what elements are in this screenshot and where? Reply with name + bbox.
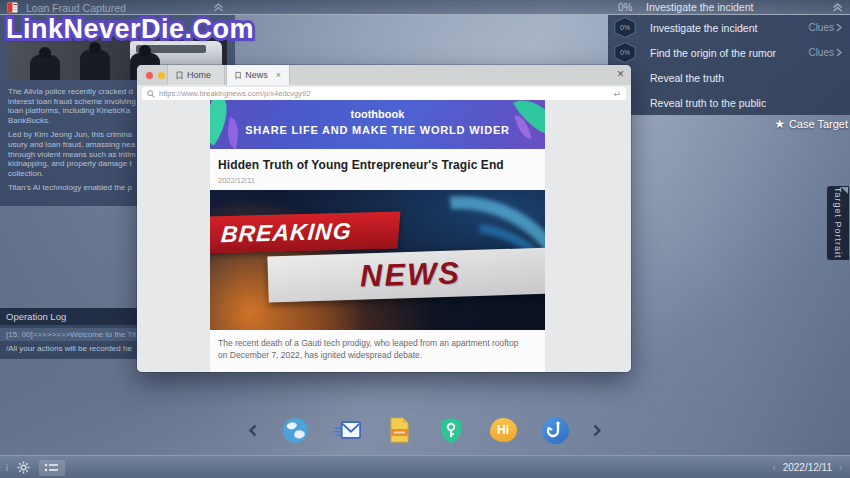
bookmark-icon	[176, 71, 183, 80]
hook-app-icon[interactable]	[541, 416, 569, 444]
quest-row[interactable]: 0% Find the origin of the rumor Clues	[608, 40, 850, 65]
banner-tagline: SHARE LIFE AND MAKE THE WORLD WIDER	[210, 124, 545, 136]
browser-content: toothbook SHARE LIFE AND MAKE THE WORLD …	[137, 100, 631, 372]
officer-silhouette	[30, 55, 60, 80]
quest-row[interactable]: Reveal truth to the public	[608, 90, 850, 115]
clues-link[interactable]: Clues	[808, 47, 842, 58]
quest-label: Reveal the truth	[650, 72, 724, 84]
settings-gear-icon[interactable]	[17, 461, 30, 474]
article-headline: Hidden Truth of Young Entrepreneur's Tra…	[210, 149, 545, 174]
case-target-label[interactable]: ★Case Target	[690, 117, 848, 131]
tab-label: News	[245, 70, 268, 80]
hi-chat-app-icon[interactable]: Hi	[489, 416, 517, 444]
progress-hexagon: 0%	[613, 42, 637, 63]
banner-brand: toothbook	[210, 108, 545, 120]
article-body: The recent death of a Gauti tech prodigy…	[210, 330, 545, 362]
breaking-band: BREAKING	[210, 211, 400, 253]
window-close-icon[interactable]: ×	[617, 68, 624, 80]
dock-scroll-left-icon[interactable]	[249, 424, 257, 437]
body-line: on December 7, 2022, has ignited widespr…	[218, 350, 537, 362]
tab-news[interactable]: News ×	[226, 65, 290, 85]
search-icon	[147, 90, 155, 98]
mail-app-icon[interactable]	[333, 416, 361, 444]
date-next-icon[interactable]: ›	[839, 463, 842, 473]
clues-link[interactable]: Clues	[808, 22, 842, 33]
info-indicator: i	[6, 463, 8, 473]
target-portrait-label: Target Portrait	[833, 187, 843, 259]
tab-home[interactable]: Home	[167, 65, 225, 85]
security-app-icon[interactable]	[437, 416, 465, 444]
body-line: The recent death of a Gauti tech prodigy…	[218, 338, 537, 350]
date-prev-icon[interactable]: ‹	[773, 463, 776, 473]
tab-bar: Home News × ×	[137, 65, 631, 85]
article-date: 2022/12/11	[210, 174, 545, 185]
url-text: https://www.breakingnews.com/p/x4edcvgy9…	[159, 89, 310, 98]
traffic-light-yellow[interactable]	[158, 72, 165, 79]
dock-scroll-right-icon[interactable]	[593, 424, 601, 437]
browser-app-icon[interactable]	[281, 416, 309, 444]
quest-panel: 0% Investigate the incident Clues 0% Fin…	[608, 15, 850, 115]
tab-close-icon[interactable]: ×	[276, 70, 281, 80]
toothbook-banner: toothbook SHARE LIFE AND MAKE THE WORLD …	[210, 100, 545, 149]
quest-label: Investigate the incident	[650, 22, 757, 34]
quest-label: Find the origin of the rumor	[650, 47, 776, 59]
quest-row[interactable]: Reveal the truth	[608, 65, 850, 90]
news-band: NEWS	[267, 248, 545, 303]
progress-hexagon: 0%	[613, 17, 637, 38]
quest-row[interactable]: 0% Investigate the incident Clues	[608, 15, 850, 40]
collapse-quests-icon[interactable]	[832, 2, 843, 13]
star-icon: ★	[774, 117, 785, 131]
quest-header-progress: 0%	[618, 2, 632, 13]
address-bar[interactable]: https://www.breakingnews.com/p/x4edcvgy9…	[142, 87, 626, 100]
officer-silhouette	[80, 50, 110, 80]
news-ticker-header[interactable]: Loan Fraud Captured	[0, 0, 126, 15]
webpage: toothbook SHARE LIFE AND MAKE THE WORLD …	[210, 100, 545, 372]
target-portrait-tab[interactable]: Target Portrait	[827, 186, 849, 260]
hi-label: Hi	[497, 423, 509, 437]
quest-header-label: Investigate the incident	[646, 1, 753, 13]
watermark: LinkNeverDie.Com	[6, 14, 254, 45]
tab-label: Home	[187, 70, 211, 80]
chevron-right-icon	[836, 48, 842, 57]
task-list-button[interactable]	[39, 460, 65, 476]
top-bar: Loan Fraud Captured 0% Investigate the i…	[0, 0, 850, 15]
files-app-icon[interactable]	[385, 416, 413, 444]
newspaper-icon	[7, 2, 18, 13]
app-dock: Hi	[0, 413, 850, 447]
bookmark-icon	[235, 71, 241, 80]
collapse-news-icon[interactable]	[213, 2, 224, 13]
quest-label: Reveal truth to the public	[650, 97, 766, 109]
chevron-right-icon	[836, 23, 842, 32]
taskbar-date: 2022/12/11	[783, 462, 832, 473]
game-desktop: Loan Fraud Captured 0% Investigate the i…	[0, 0, 850, 478]
taskbar: i ‹ 2022/12/11 ›	[0, 455, 850, 478]
enter-key-icon[interactable]: ↵	[613, 89, 621, 99]
traffic-light-red[interactable]	[146, 72, 153, 79]
browser-window: Home News × × https://www.breakingnews.c…	[137, 65, 631, 372]
breaking-news-image: BREAKING NEWS	[210, 190, 545, 330]
ticker-title: Loan Fraud Captured	[26, 2, 126, 14]
